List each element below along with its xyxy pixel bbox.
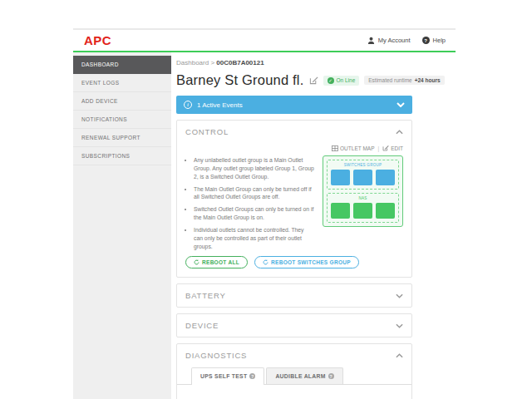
sidebar: DASHBOARD EVENT LOGS ADD DEVICE NOTIFICA… bbox=[73, 52, 171, 399]
outlet-group-switches: SWITCHES GROUP bbox=[327, 160, 399, 190]
app-header: APC My Account ? Help bbox=[73, 30, 456, 51]
info-icon: i bbox=[184, 101, 192, 109]
sidebar-item-dashboard[interactable]: DASHBOARD bbox=[73, 56, 171, 74]
edit-link[interactable]: EDIT bbox=[382, 145, 403, 151]
user-icon bbox=[367, 37, 375, 44]
sidebar-item-event-logs[interactable]: EVENT LOGS bbox=[73, 74, 171, 92]
outlet-map-link-label: OUTLET MAP bbox=[340, 145, 374, 151]
outlet-map: SWITCHES GROUP NAS bbox=[323, 155, 403, 227]
outlet-map-icon bbox=[332, 145, 338, 151]
top-divider bbox=[73, 22, 456, 30]
chevron-down-icon[interactable] bbox=[396, 323, 403, 328]
tab-content bbox=[177, 384, 411, 399]
sidebar-item-add-device[interactable]: ADD DEVICE bbox=[73, 92, 171, 111]
my-account-button[interactable]: My Account bbox=[367, 37, 411, 44]
chevron-down-icon[interactable] bbox=[397, 102, 405, 107]
outlet-group-label: NAS bbox=[331, 196, 395, 200]
info-circle-icon: ? bbox=[249, 373, 255, 379]
info-circle-icon: ? bbox=[328, 373, 334, 379]
outlet[interactable] bbox=[353, 170, 372, 185]
tab-label: AUDIBLE ALARM bbox=[275, 373, 325, 379]
battery-header[interactable]: BATTERY bbox=[177, 284, 411, 307]
help-label: Help bbox=[433, 37, 446, 44]
reboot-all-label: REBOOT ALL bbox=[202, 259, 239, 265]
apc-logo: APC bbox=[84, 33, 111, 47]
chevron-up-icon[interactable] bbox=[396, 130, 403, 135]
edit-title-icon[interactable] bbox=[309, 76, 318, 85]
outlet-map-link[interactable]: OUTLET MAP bbox=[332, 145, 374, 151]
my-account-label: My Account bbox=[378, 37, 411, 44]
online-status-label: On Line bbox=[337, 77, 356, 83]
battery-section: BATTERY bbox=[176, 283, 412, 308]
bullet-item: Switched Outlet Groups can only be turne… bbox=[194, 205, 314, 222]
tab-label: UPS SELF TEST bbox=[200, 373, 247, 379]
diagnostics-title: DIAGNOSTICS bbox=[185, 351, 247, 360]
control-bullets: Any unlabelled outlet group is a Main Ou… bbox=[194, 156, 314, 250]
refresh-icon bbox=[263, 259, 268, 265]
refresh-icon bbox=[194, 259, 200, 265]
title-row: Barney St Ground fl. ✓ On Line Estimated… bbox=[176, 72, 412, 88]
edit-link-label: EDIT bbox=[391, 145, 403, 151]
app-window: APC My Account ? Help DASHBOARD EVENT LO… bbox=[73, 22, 456, 399]
sidebar-item-subscriptions[interactable]: SUBSCRIPTIONS bbox=[73, 147, 171, 165]
bullet-item: Individual outlets cannot be controlled.… bbox=[194, 226, 314, 251]
runtime-badge: Estimated runtime +24 hours bbox=[364, 76, 444, 85]
active-events-banner[interactable]: i 1 Active Events bbox=[176, 96, 412, 114]
control-title: CONTROL bbox=[185, 127, 229, 136]
pencil-icon bbox=[382, 145, 389, 151]
diagnostics-header[interactable]: DIAGNOSTICS bbox=[177, 344, 411, 367]
check-icon: ✓ bbox=[328, 77, 334, 84]
outlet[interactable] bbox=[353, 203, 372, 219]
breadcrumb-current: 00C0B7A00121 bbox=[216, 59, 264, 66]
diagnostics-tabs: UPS SELF TEST ? AUDIBLE ALARM ? bbox=[191, 367, 411, 384]
device-title: DEVICE bbox=[185, 321, 219, 330]
main-content: Dashboard > 00C0B7A00121 Barney St Groun… bbox=[171, 52, 456, 399]
page: APC My Account ? Help DASHBOARD EVENT LO… bbox=[0, 0, 532, 399]
tab-ups-self-test[interactable]: UPS SELF TEST ? bbox=[191, 367, 264, 385]
device-header[interactable]: DEVICE bbox=[177, 314, 411, 337]
device-section: DEVICE bbox=[176, 313, 412, 337]
link-separator: | bbox=[377, 145, 379, 151]
runtime-value: +24 hours bbox=[415, 77, 441, 83]
help-icon: ? bbox=[422, 37, 430, 44]
outlet-group-nas: NAS bbox=[327, 193, 399, 223]
outlet[interactable] bbox=[376, 203, 395, 219]
reboot-all-button[interactable]: REBOOT ALL bbox=[185, 256, 248, 268]
chevron-down-icon[interactable] bbox=[396, 293, 403, 298]
control-header[interactable]: CONTROL bbox=[177, 121, 411, 143]
online-status-badge: ✓ On Line bbox=[323, 76, 360, 86]
outlet-group-label: SWITCHES GROUP bbox=[331, 163, 395, 167]
page-title: Barney St Ground fl. bbox=[176, 72, 304, 88]
breadcrumb-root[interactable]: Dashboard bbox=[176, 59, 209, 66]
outlet[interactable] bbox=[376, 170, 395, 185]
breadcrumb-separator: > bbox=[210, 59, 214, 66]
active-events-label: 1 Active Events bbox=[197, 101, 243, 109]
outlet[interactable] bbox=[331, 203, 350, 219]
tab-audible-alarm[interactable]: AUDIBLE ALARM ? bbox=[266, 367, 342, 384]
runtime-label: Estimated runtime bbox=[368, 77, 411, 83]
breadcrumb: Dashboard > 00C0B7A00121 bbox=[176, 59, 412, 66]
control-section: CONTROL Any unlabelled outlet group is a… bbox=[176, 120, 412, 278]
diagnostics-section: DIAGNOSTICS UPS SELF TEST ? AUDIBLE ALAR… bbox=[176, 343, 412, 399]
sidebar-item-notifications[interactable]: NOTIFICATIONS bbox=[73, 111, 171, 129]
outlet[interactable] bbox=[331, 170, 350, 185]
bullet-item: Any unlabelled outlet group is a Main Ou… bbox=[194, 156, 314, 181]
battery-title: BATTERY bbox=[185, 291, 226, 300]
chevron-up-icon[interactable] bbox=[396, 353, 403, 358]
bullet-item: The Main Outlet Group can only be turned… bbox=[194, 185, 314, 202]
sidebar-item-renewal-support[interactable]: RENEWAL SUPPORT bbox=[73, 129, 171, 147]
help-button[interactable]: ? Help bbox=[422, 37, 446, 44]
